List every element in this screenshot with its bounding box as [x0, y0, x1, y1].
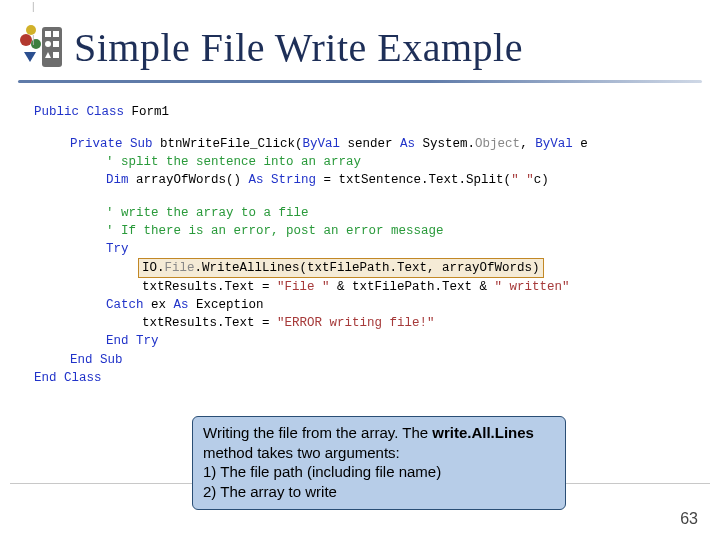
keyword: Public Class: [34, 105, 124, 119]
svg-rect-2: [53, 31, 59, 37]
code-line: Catch ex As Exception: [34, 296, 692, 314]
page-number: 63: [680, 510, 698, 528]
annotation-list-item: 2) The array to write: [203, 483, 337, 500]
svg-rect-6: [53, 52, 59, 58]
annotation-text: Writing the file from the array. The: [203, 424, 432, 441]
svg-rect-4: [53, 41, 59, 47]
code-line: Try: [34, 240, 692, 258]
logo-icon: [14, 22, 64, 72]
svg-point-3: [45, 41, 51, 47]
code-line: End Try: [34, 332, 692, 350]
code-comment: ' split the sentence into an array: [34, 153, 692, 171]
annotation-bold: write.All.Lines: [432, 424, 534, 441]
header-divider: [18, 80, 702, 83]
slide-title: Simple File Write Example: [74, 24, 523, 71]
annotation-callout: Writing the file from the array. The wri…: [192, 416, 566, 510]
code-line: End Sub: [34, 351, 692, 369]
slide-header: Simple File Write Example: [0, 0, 720, 74]
code-line: txtResults.Text = "ERROR writing file!": [34, 314, 692, 332]
annotation-list-item: 1) The file path (including file name): [203, 463, 441, 480]
code-comment: ' If there is an error, post an error me…: [34, 222, 692, 240]
keyword: Private Sub: [70, 137, 153, 151]
svg-rect-1: [45, 31, 51, 37]
svg-marker-10: [24, 52, 36, 62]
code-line: End Class: [34, 369, 692, 387]
code-line: Public Class Form1: [34, 103, 692, 121]
annotation-text: method takes two arguments:: [203, 444, 400, 461]
code-line: Private Sub btnWriteFile_Click(ByVal sen…: [34, 135, 692, 153]
code-line: txtResults.Text = "File " & txtFilePath.…: [34, 278, 692, 296]
code-block: | Public Class Form1 | Private Sub btnWr…: [34, 103, 692, 387]
highlighted-code-line: IO.File.WriteAllLines(txtFilePath.Text, …: [34, 258, 692, 278]
code-comment: ' write the array to a file: [34, 204, 692, 222]
code-line: Dim arrayOfWords() As String = txtSenten…: [34, 171, 692, 189]
